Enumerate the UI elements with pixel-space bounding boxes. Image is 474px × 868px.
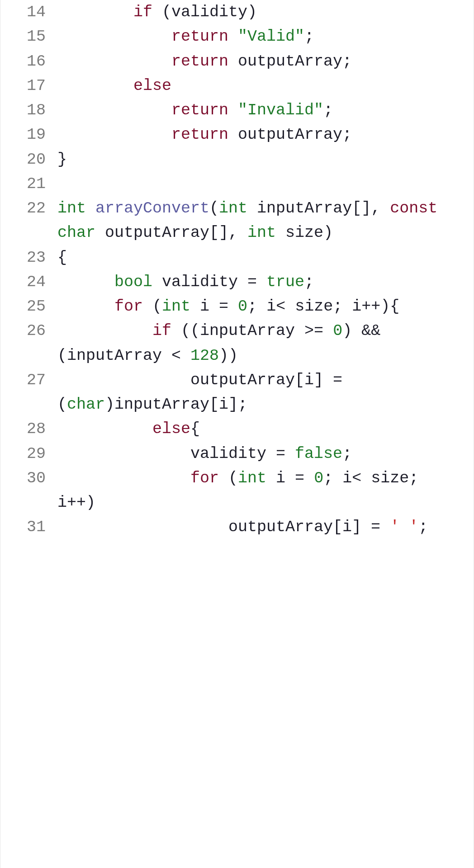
code-token — [57, 469, 190, 487]
code-token: bool — [114, 273, 152, 291]
code-token: ( — [209, 199, 219, 217]
code-token: outputArray; — [228, 52, 352, 71]
code-token: inputArray[], — [247, 199, 390, 217]
code-line[interactable]: 20} — [3, 147, 471, 172]
code-line[interactable]: 28 else{ — [3, 417, 471, 441]
code-token: validity = — [152, 273, 266, 291]
code-token: 0 — [314, 469, 323, 487]
code-token: )inputArray[i]; — [105, 396, 247, 414]
code-token: ; i< size; i++){ — [247, 297, 399, 316]
code-token: i = — [190, 297, 238, 316]
line-number: 30 — [3, 466, 57, 491]
line-content[interactable]: return outputArray; — [57, 123, 471, 147]
code-token: ((inputArray >= — [171, 322, 333, 340]
code-token: else — [133, 77, 171, 95]
code-token — [86, 199, 95, 217]
code-line[interactable]: 19 return outputArray; — [3, 123, 471, 147]
code-line[interactable]: 15 return "Valid"; — [3, 24, 471, 49]
code-token: outputArray; — [228, 126, 352, 144]
code-token — [57, 322, 152, 340]
line-number: 31 — [3, 515, 57, 539]
code-token: return — [171, 52, 228, 71]
code-line[interactable]: 24 bool validity = true; — [3, 270, 471, 294]
line-number: 26 — [3, 319, 57, 343]
line-content[interactable]: if ((inputArray >= 0) && (inputArray < 1… — [57, 319, 471, 368]
line-content[interactable]: else — [57, 74, 471, 98]
code-line[interactable]: 27 outputArray[i] = (char)inputArray[i]; — [3, 368, 471, 417]
line-content[interactable]: } — [57, 147, 471, 172]
code-token: { — [57, 249, 67, 267]
line-number: 20 — [3, 147, 57, 172]
code-line[interactable]: 31 outputArray[i] = ' '; — [3, 515, 471, 539]
code-token: int — [238, 469, 266, 487]
code-line[interactable]: 30 for (int i = 0; i< size; i++) — [3, 466, 471, 515]
code-token: if — [133, 3, 152, 21]
code-token — [57, 77, 133, 95]
code-token: int — [162, 297, 190, 316]
code-token: { — [190, 420, 200, 438]
code-token — [437, 199, 447, 217]
code-token — [57, 101, 171, 119]
code-token — [57, 420, 152, 438]
code-token: ; — [304, 28, 314, 46]
line-content[interactable]: return "Invalid"; — [57, 98, 471, 123]
code-line[interactable]: 17 else — [3, 74, 471, 98]
code-token: ( — [143, 297, 162, 316]
code-token: size) — [276, 224, 333, 242]
code-token — [57, 273, 114, 291]
line-content[interactable]: int arrayConvert(int inputArray[], const… — [57, 196, 471, 245]
code-token: else — [152, 420, 190, 438]
line-content[interactable]: return outputArray; — [57, 49, 471, 74]
line-content[interactable]: validity = false; — [57, 442, 471, 466]
code-token — [228, 101, 238, 119]
code-token: 0 — [238, 297, 247, 316]
line-number: 24 — [3, 270, 57, 294]
code-token: ; — [304, 273, 314, 291]
code-token: i = — [266, 469, 314, 487]
code-token: false — [295, 445, 342, 463]
code-line[interactable]: 25 for (int i = 0; i< size; i++){ — [3, 294, 471, 319]
code-line[interactable]: 26 if ((inputArray >= 0) && (inputArray … — [3, 319, 471, 368]
code-token: "Invalid" — [238, 101, 323, 119]
code-token: ( — [219, 469, 238, 487]
code-line[interactable]: 14 if (validity) — [3, 0, 471, 24]
line-content[interactable]: for (int i = 0; i< size; i++){ — [57, 294, 471, 319]
code-token: if — [152, 322, 171, 340]
line-content[interactable]: outputArray[i] = ' '; — [57, 515, 471, 539]
line-number: 28 — [3, 417, 57, 441]
code-token — [57, 28, 171, 46]
code-token: int — [247, 224, 276, 242]
code-body: 14 if (validity)15 return "Valid";16 ret… — [3, 0, 471, 540]
code-token: return — [171, 126, 228, 144]
code-line[interactable]: 29 validity = false; — [3, 442, 471, 466]
line-content[interactable]: return "Valid"; — [57, 24, 471, 49]
line-number: 14 — [3, 0, 57, 24]
code-line[interactable]: 23{ — [3, 245, 471, 270]
code-token: (validity) — [152, 3, 257, 21]
code-token: ; — [323, 101, 333, 119]
code-token: for — [190, 469, 219, 487]
line-content[interactable]: outputArray[i] = (char)inputArray[i]; — [57, 368, 471, 417]
line-number: 25 — [3, 294, 57, 319]
line-number: 27 — [3, 368, 57, 392]
line-number: 15 — [3, 24, 57, 49]
code-line[interactable]: 18 return "Invalid"; — [3, 98, 471, 123]
code-token: const — [390, 199, 437, 217]
line-content[interactable]: if (validity) — [57, 0, 471, 24]
code-token: return — [171, 28, 228, 46]
line-content[interactable]: bool validity = true; — [57, 270, 471, 294]
code-token: 128 — [190, 347, 219, 365]
code-token: int — [219, 199, 247, 217]
line-number: 18 — [3, 98, 57, 123]
code-token — [57, 126, 171, 144]
line-content[interactable]: else{ — [57, 417, 471, 441]
code-token: ' ' — [390, 518, 418, 536]
line-content[interactable]: { — [57, 245, 471, 270]
code-line[interactable]: 21 — [3, 172, 471, 196]
code-token: int — [57, 199, 86, 217]
code-viewer[interactable]: 14 if (validity)15 return "Valid";16 ret… — [0, 0, 474, 868]
code-line[interactable]: 22int arrayConvert(int inputArray[], con… — [3, 196, 471, 245]
line-number: 29 — [3, 442, 57, 466]
line-content[interactable]: for (int i = 0; i< size; i++) — [57, 466, 471, 515]
code-line[interactable]: 16 return outputArray; — [3, 49, 471, 74]
